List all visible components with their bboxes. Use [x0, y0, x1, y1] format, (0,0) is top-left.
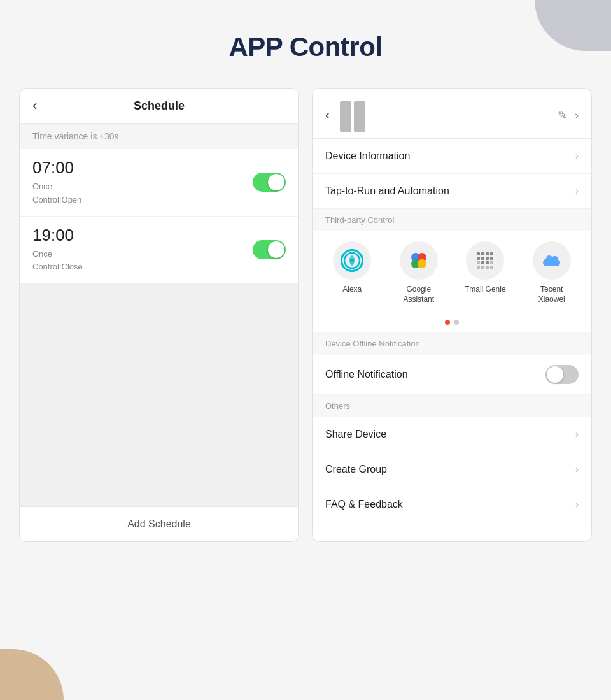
- corner-decoration-bottom-left: [0, 649, 64, 700]
- faq-feedback-chevron: ›: [575, 499, 579, 510]
- offline-section-label: Device Offline Notification: [313, 332, 591, 355]
- tap-to-run-label: Tap-to-Run and Automation: [325, 185, 449, 197]
- svg-rect-7: [477, 252, 480, 255]
- pagination-dots: [313, 315, 591, 332]
- device-slat-2: [354, 101, 365, 132]
- svg-point-2: [350, 259, 354, 262]
- third-party-grid: Alexa GoogleAssistant: [313, 231, 591, 315]
- others-section-label: Others: [313, 395, 591, 417]
- svg-rect-12: [481, 257, 484, 260]
- schedule-item-2-info: 19:00 Once Control:Close: [32, 225, 83, 275]
- dot-1: [445, 320, 450, 325]
- offline-notification-toggle[interactable]: [545, 365, 579, 384]
- offline-notification-row[interactable]: Offline Notification: [313, 355, 591, 395]
- google-icon-circle: [400, 241, 438, 280]
- schedule-details-1: Once Control:Open: [32, 180, 81, 207]
- svg-rect-22: [490, 266, 493, 269]
- third-party-section-label: Third-party Control: [313, 209, 591, 231]
- device-settings-panel: ‹ ✎ › Device Information › Tap-to-Run an…: [312, 88, 592, 542]
- tmall-icon-circle: [466, 241, 504, 280]
- device-slat-1: [340, 101, 351, 132]
- share-device-item[interactable]: Share Device ›: [313, 417, 591, 452]
- time-variance-bar: Time variance is ±30s: [20, 124, 298, 149]
- tecent-item[interactable]: TecentXiaowei: [519, 241, 586, 304]
- add-schedule-button[interactable]: Add Schedule: [20, 506, 298, 541]
- device-information-label: Device Information: [325, 150, 410, 162]
- back-button-left[interactable]: ‹: [32, 99, 37, 113]
- svg-rect-8: [481, 252, 484, 255]
- schedule-header: ‹ Schedule: [20, 89, 298, 124]
- google-icon: [407, 249, 430, 272]
- schedule-item-1[interactable]: 07:00 Once Control:Open: [20, 149, 298, 217]
- device-information-item[interactable]: Device Information ›: [313, 139, 591, 174]
- alexa-label: Alexa: [342, 285, 362, 295]
- tmall-genie-label: Tmall Genie: [465, 285, 506, 295]
- tap-to-run-item[interactable]: Tap-to-Run and Automation ›: [313, 174, 591, 209]
- svg-rect-14: [490, 257, 493, 260]
- tap-to-run-chevron: ›: [575, 185, 579, 197]
- svg-point-6: [418, 259, 426, 268]
- google-assistant-item[interactable]: GoogleAssistant: [386, 241, 453, 304]
- svg-rect-9: [486, 252, 489, 255]
- share-device-label: Share Device: [325, 429, 386, 440]
- svg-rect-21: [486, 266, 489, 269]
- faq-feedback-item[interactable]: FAQ & Feedback ›: [313, 487, 591, 522]
- offline-notification-label: Offline Notification: [325, 369, 408, 380]
- panels-container: ‹ Schedule Time variance is ±30s 07:00 O…: [0, 88, 611, 542]
- toggle-knob-2: [268, 241, 284, 258]
- schedule-toggle-2[interactable]: [253, 240, 286, 259]
- tmall-icon: [474, 249, 496, 272]
- schedule-details-2: Once Control:Close: [32, 248, 83, 275]
- svg-rect-15: [477, 261, 480, 264]
- svg-rect-16: [481, 261, 484, 264]
- header-chevron-icon[interactable]: ›: [575, 109, 579, 122]
- svg-rect-19: [477, 266, 480, 269]
- device-image-area: [330, 99, 558, 132]
- tecent-icon: [540, 249, 563, 272]
- tecent-icon-circle: [533, 241, 571, 280]
- faq-feedback-label: FAQ & Feedback: [325, 499, 403, 510]
- svg-rect-11: [477, 257, 480, 260]
- svg-rect-17: [486, 261, 489, 264]
- schedule-item-2[interactable]: 19:00 Once Control:Close: [20, 217, 298, 284]
- dot-2: [454, 320, 459, 325]
- svg-rect-10: [490, 252, 493, 255]
- create-group-chevron: ›: [575, 464, 579, 475]
- schedule-time-2: 19:00: [32, 225, 83, 245]
- device-information-chevron: ›: [575, 150, 579, 162]
- google-assistant-label: GoogleAssistant: [403, 285, 434, 304]
- tecent-xiaowei-label: TecentXiaowei: [538, 285, 565, 304]
- share-device-chevron: ›: [575, 429, 579, 440]
- device-settings-header: ‹ ✎ ›: [313, 89, 591, 139]
- schedule-panel: ‹ Schedule Time variance is ±30s 07:00 O…: [19, 88, 299, 542]
- svg-rect-13: [486, 257, 489, 260]
- toggle-knob-1: [268, 174, 284, 190]
- page-title: APP Control: [0, 0, 611, 88]
- schedule-item-1-info: 07:00 Once Control:Open: [32, 158, 81, 207]
- back-button-right[interactable]: ‹: [325, 107, 330, 124]
- offline-toggle-knob: [547, 366, 563, 383]
- alexa-icon-circle: [333, 241, 371, 280]
- svg-rect-18: [490, 261, 493, 264]
- schedule-toggle-1[interactable]: [253, 173, 286, 192]
- schedule-time-1: 07:00: [32, 158, 81, 178]
- create-group-label: Create Group: [325, 464, 387, 475]
- svg-rect-20: [481, 266, 484, 269]
- alexa-item[interactable]: Alexa: [319, 241, 386, 304]
- tmall-genie-item[interactable]: Tmall Genie: [452, 241, 519, 304]
- schedule-empty-area: [20, 283, 298, 506]
- edit-icon[interactable]: ✎: [558, 108, 567, 122]
- header-actions: ✎ ›: [558, 108, 579, 122]
- schedule-title: Schedule: [134, 99, 185, 113]
- device-icon: [340, 99, 368, 132]
- create-group-item[interactable]: Create Group ›: [313, 452, 591, 487]
- alexa-icon: [341, 249, 363, 272]
